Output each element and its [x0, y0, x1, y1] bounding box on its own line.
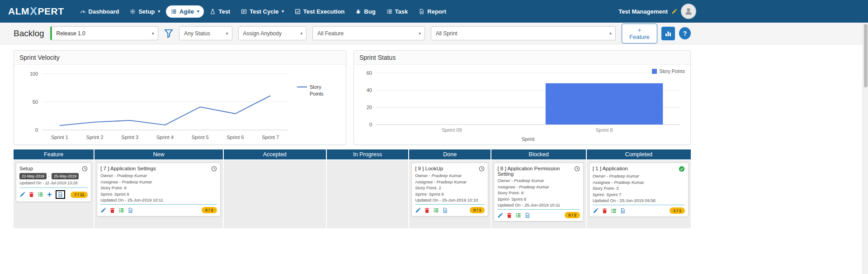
release-select[interactable]: Release 1.0▾	[50, 26, 158, 40]
story-card[interactable]: [ 9 ] LookUp Owner - Pradeep Kumar Assig…	[411, 163, 488, 216]
velocity-legend-label: Story Points	[310, 84, 329, 144]
chart-button[interactable]	[661, 27, 675, 40]
delete-icon[interactable]	[109, 207, 115, 213]
brand-suffix: PERT	[38, 6, 64, 17]
task-count-badge: 0 / 1	[470, 207, 485, 213]
card-actions: 1 / 1	[593, 205, 685, 214]
chevron-down-icon: ▾	[158, 9, 160, 14]
scrollbar-thumb[interactable]	[864, 24, 868, 87]
clock-icon[interactable]	[574, 166, 580, 172]
edit-icon[interactable]	[497, 212, 503, 218]
nav-label: Test Execution	[303, 8, 345, 15]
filter-bar: Backlog Release 1.0▾ Any Status▾ Assign …	[0, 23, 868, 44]
status-select[interactable]: Any Status▾	[179, 26, 232, 40]
nav-bug[interactable]: Bug	[350, 5, 380, 18]
list-icon[interactable]	[611, 208, 617, 214]
nav-label: Agile	[179, 8, 194, 15]
edit-profile-pencil-icon[interactable]	[671, 9, 677, 14]
clock-icon[interactable]	[211, 166, 217, 172]
svg-text:0: 0	[369, 122, 372, 127]
column-body-blocked: [ 8 ] Application Permission Setting Own…	[491, 160, 585, 228]
svg-text:Sprint 3: Sprint 3	[121, 135, 138, 140]
card-actions: 0 / 2	[497, 209, 580, 218]
svg-text:40: 40	[367, 87, 372, 93]
story-card[interactable]: [ 1 ] Application Owner - Pradeep Kumar …	[589, 163, 689, 217]
file-icon[interactable]	[620, 208, 626, 214]
chevron-down-icon: ▾	[609, 31, 612, 36]
delete-icon[interactable]	[28, 192, 34, 197]
nav-test-cycle[interactable]: Test Cycle▾	[236, 5, 289, 18]
avatar[interactable]	[681, 4, 696, 19]
nav-setup[interactable]: Setup▾	[125, 5, 165, 18]
assignee-select[interactable]: Assign Anybody▾	[238, 26, 307, 40]
nav-label: Dashboard	[89, 8, 119, 15]
sprint-select[interactable]: All Sprint▾	[431, 26, 616, 40]
help-button[interactable]: ?	[679, 27, 691, 39]
feature-card[interactable]: Setup 22-May-2019 - 25-May-2019 Updated …	[16, 163, 91, 202]
edit-icon[interactable]	[19, 192, 25, 197]
updated-line: Updated On - 25-Jun-2019 10:10	[415, 197, 485, 202]
nav-label: Test Cycle	[250, 8, 278, 15]
nav-user-area: Test Management	[618, 4, 696, 19]
nav-label: Report	[427, 8, 446, 15]
nav-test[interactable]: Test	[205, 5, 235, 18]
card-title: [ 9 ] LookUp	[415, 166, 445, 171]
nav-test-execution[interactable]: Test Execution	[290, 5, 350, 18]
nav-report[interactable]: Report	[414, 5, 451, 18]
start-date-badge: 22-May-2019	[19, 173, 47, 179]
file-icon[interactable]	[127, 207, 133, 213]
list-icon[interactable]	[118, 207, 124, 213]
edit-icon[interactable]	[593, 208, 599, 214]
add-feature-button[interactable]: + Feature	[622, 24, 658, 43]
card-title: [ 8 ] Application Permission Setting	[497, 166, 574, 177]
board-file-icon-focused[interactable]	[56, 190, 65, 199]
edit-icon[interactable]	[100, 207, 106, 213]
svg-text:20: 20	[367, 105, 372, 110]
owner-line: Owner - Pradeep Kumar	[100, 173, 217, 178]
list-icon[interactable]	[433, 207, 439, 213]
page-title: Backlog	[14, 29, 44, 38]
brand-logo[interactable]: ALMXPERT	[8, 5, 64, 18]
agile-list-icon	[171, 9, 177, 14]
legend-swatch-icon	[652, 69, 657, 74]
delete-icon[interactable]	[602, 208, 608, 214]
delete-icon[interactable]	[506, 212, 512, 218]
add-icon[interactable]	[47, 192, 52, 197]
date-range: 22-May-2019 - 25-May-2019	[19, 173, 88, 179]
filter-funnel-icon[interactable]	[164, 29, 173, 38]
tasks-icon	[387, 9, 392, 14]
nav-task[interactable]: Task	[382, 5, 413, 18]
nav-agile[interactable]: Agile▾	[166, 5, 204, 18]
column-body-in-progress	[327, 160, 408, 228]
brand-prefix: ALM	[8, 6, 29, 17]
column-body-feature: Setup 22-May-2019 - 25-May-2019 Updated …	[14, 160, 94, 228]
task-count-badge: 1 / 1	[670, 207, 685, 214]
list-icon[interactable]	[38, 192, 43, 197]
story-card[interactable]: [ 8 ] Application Permission Setting Own…	[494, 163, 583, 221]
file-icon[interactable]	[524, 212, 530, 218]
card-title: [ 1 ] Application	[593, 166, 630, 171]
sprint-velocity-panel: Sprint Velocity 050100Sprint 1Sprint 2Sp…	[14, 50, 346, 145]
person-icon	[684, 7, 693, 16]
delete-icon[interactable]	[424, 207, 430, 213]
updated-line: Updated On - 25-Jun-2019 10:11	[497, 202, 580, 207]
list-icon[interactable]	[515, 212, 521, 218]
updated-line: Updated On - 11-Jul-2019 13:26	[19, 181, 88, 185]
vertical-scrollbar[interactable]	[863, 23, 868, 274]
edit-icon[interactable]	[415, 207, 421, 213]
feature-select[interactable]: All Feature▾	[312, 26, 425, 40]
clock-icon[interactable]	[82, 166, 88, 172]
file-icon[interactable]	[442, 207, 448, 213]
story-card[interactable]: [ 7 ] Application Settings Owner - Prade…	[97, 163, 220, 216]
clock-icon[interactable]	[479, 166, 485, 172]
assignee-line: Assignee - Pradeep Kumar	[415, 179, 485, 184]
dashboard-icon	[80, 9, 86, 14]
user-label[interactable]: Test Management	[618, 8, 668, 15]
column-header-in-progress: In Progress	[327, 149, 408, 159]
assignee-value: Assign Anybody	[243, 30, 282, 37]
line-sample-icon	[297, 87, 307, 87]
nav-dashboard[interactable]: Dashboard	[75, 5, 124, 18]
nav-label: Setup	[138, 8, 155, 15]
story-point-line: Story Point- 8	[497, 190, 580, 195]
svg-text:100: 100	[30, 71, 38, 77]
